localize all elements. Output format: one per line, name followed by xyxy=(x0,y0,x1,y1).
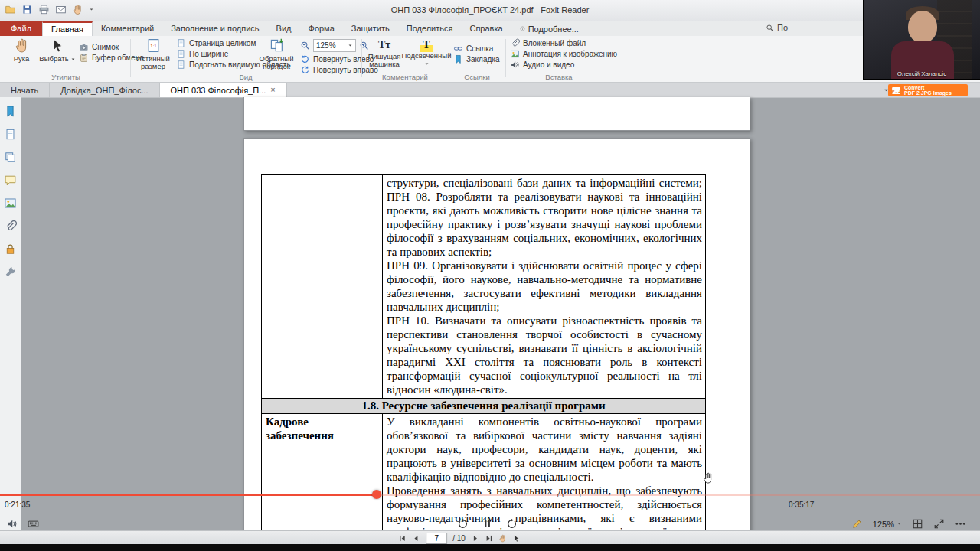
viewer-zoom-control[interactable]: 125% xyxy=(873,520,902,529)
video-total-time: 0:35:17 xyxy=(789,500,814,509)
fit-width-icon xyxy=(176,49,186,59)
attach-file-button[interactable]: Вложенный файл xyxy=(510,38,617,48)
next-page-icon[interactable] xyxy=(471,534,479,543)
hand-cursor-icon xyxy=(701,471,714,484)
reverse-order-button[interactable]: Обратный порядок xyxy=(256,37,297,71)
document-tab-bar: Начать Довідка_ОНП_Філос... ОНП 033 Філо… xyxy=(0,83,980,98)
group-label-view: Вид xyxy=(130,73,361,81)
search-icon xyxy=(766,24,774,32)
first-page-icon[interactable] xyxy=(398,534,407,543)
actual-size-icon xyxy=(145,37,162,54)
screen: ОНП 033 Філософія_ПРОЄКТ 24.pdf - Foxit … xyxy=(0,0,980,551)
tab-home[interactable]: Главная xyxy=(42,21,93,36)
tab-fill-sign[interactable]: Заполнение и подпись xyxy=(162,21,267,36)
highlight-button[interactable]: T Подсвеченный xyxy=(406,37,447,71)
navigation-panel xyxy=(0,97,21,530)
convert-pdf-button[interactable]: Convert PDF 2 JPG Images xyxy=(888,84,968,96)
ribbon: Рука Выбрать Снимок Буфер обмена Утилиты… xyxy=(0,36,980,83)
actual-size-button[interactable]: Истинный размер xyxy=(133,37,173,71)
search-label: По xyxy=(777,23,788,32)
highlight-icon: T xyxy=(420,37,432,52)
highlight-label: Подсвеченный xyxy=(402,52,452,60)
section-header: 1.8. Ресурсне забезпечення реалізації пр… xyxy=(262,398,705,414)
paragraph: структури, спеціалізовані бази даних та … xyxy=(387,176,702,190)
tab-view[interactable]: Вид xyxy=(268,21,300,36)
typewriter-button[interactable]: Тт Пишущая машинка xyxy=(364,37,404,71)
doc-tab-onp-label: ОНП 033 Філософія_П... xyxy=(171,83,266,97)
page-number-input[interactable]: 7 xyxy=(426,533,447,544)
security-panel-icon[interactable] xyxy=(4,243,17,256)
tab-more-label: Подробнее... xyxy=(528,22,579,36)
convert-label-line1: Convert xyxy=(904,85,952,90)
video-progress-fill xyxy=(0,494,377,496)
reverse-order-label: Обратный порядок xyxy=(256,55,297,71)
bookmark-button[interactable]: Закладка xyxy=(453,54,499,64)
table-cell-kadrove-text: У викладанні компонентів освітньо-науков… xyxy=(383,414,705,540)
pages-panel-icon[interactable] xyxy=(4,128,17,141)
previous-page-icon[interactable] xyxy=(412,534,420,543)
image-annotation-button[interactable]: Аннотация к изображению xyxy=(510,49,617,59)
layout-grid-icon[interactable] xyxy=(912,518,923,530)
last-page-icon[interactable] xyxy=(485,534,493,543)
pdf-page-previous xyxy=(243,97,750,131)
rewind-icon[interactable] xyxy=(457,518,469,530)
convert-label-line2: PDF 2 JPG Images xyxy=(904,90,952,96)
tab-file[interactable]: Файл xyxy=(0,21,42,36)
tab-comment[interactable]: Комментарий xyxy=(93,21,162,36)
select-tool-status-icon[interactable] xyxy=(512,534,521,543)
fields-panel-icon[interactable] xyxy=(4,266,17,279)
tab-help[interactable]: Справка xyxy=(461,21,511,36)
fit-visible-icon xyxy=(176,60,186,70)
group-label-comment: Комментарий xyxy=(361,73,449,81)
more-options-icon[interactable] xyxy=(955,518,966,530)
hand-tool-button[interactable]: Рука xyxy=(6,37,37,71)
tab-form[interactable]: Форма xyxy=(300,21,343,36)
doc-tab-onp-active[interactable]: ОНП 033 Філософія_П... × xyxy=(160,83,287,97)
select-tool-label: Выбрать xyxy=(39,55,68,63)
link-button[interactable]: Ссылка xyxy=(453,44,499,54)
select-tool-button[interactable]: Выбрать xyxy=(38,37,77,71)
rotate-left-icon xyxy=(300,54,310,64)
images-panel-icon[interactable] xyxy=(4,197,17,210)
fit-page-icon xyxy=(176,38,186,48)
paperclip-icon xyxy=(510,38,520,48)
tab-protect[interactable]: Защитить xyxy=(343,21,398,36)
paragraph: ПРН 08. Розробляти та реалізовувати наук… xyxy=(387,190,702,259)
bookmarks-panel-icon[interactable] xyxy=(4,105,17,118)
tab-more[interactable]: Подробнее... xyxy=(511,21,587,36)
player-right-controls: 125% xyxy=(851,518,966,530)
zoom-out-icon[interactable] xyxy=(300,41,310,51)
comments-panel-icon[interactable] xyxy=(4,174,17,187)
doc-tab-start[interactable]: Начать xyxy=(0,83,50,97)
viewer-zoom-value: 125% xyxy=(873,520,894,529)
document-table: структури, спеціалізовані бази даних та … xyxy=(261,174,706,541)
close-tab-icon[interactable]: × xyxy=(270,86,275,94)
paragraph: У викладанні компонентів освітньо-науков… xyxy=(387,415,702,484)
fullscreen-icon[interactable] xyxy=(933,518,945,530)
clipboard-icon xyxy=(79,53,89,63)
keyboard-icon[interactable] xyxy=(28,518,39,530)
layers-panel-icon[interactable] xyxy=(4,151,17,164)
annotate-pencil-icon[interactable] xyxy=(851,518,863,530)
doc-tab-dovidka-label: Довідка_ОНП_Філос... xyxy=(60,83,148,97)
doc-tab-dovidka[interactable]: Довідка_ОНП_Філос... xyxy=(50,83,159,97)
hand-tool-status-icon[interactable] xyxy=(498,534,507,543)
bottom-black-bar xyxy=(0,544,980,551)
forward-icon[interactable] xyxy=(506,518,518,530)
tab-share[interactable]: Поделиться xyxy=(398,21,462,36)
image-icon xyxy=(510,49,520,59)
reverse-order-icon xyxy=(269,37,285,54)
player-left-controls xyxy=(6,518,39,530)
speaker-icon xyxy=(510,60,520,70)
ribbon-search[interactable]: По xyxy=(766,23,788,32)
pause-icon[interactable] xyxy=(482,518,493,530)
zoom-combo[interactable]: 125% xyxy=(313,39,356,52)
chevron-down-icon xyxy=(348,43,353,48)
page-navigation: 7 / 10 xyxy=(398,531,521,545)
attachments-panel-icon[interactable] xyxy=(4,220,17,233)
group-label-utilities: Утилиты xyxy=(3,73,129,81)
volume-icon[interactable] xyxy=(6,518,18,530)
audio-video-button[interactable]: Аудио и видео xyxy=(510,60,617,70)
video-progress-handle[interactable] xyxy=(372,490,381,499)
webcam-person-head xyxy=(908,11,937,43)
